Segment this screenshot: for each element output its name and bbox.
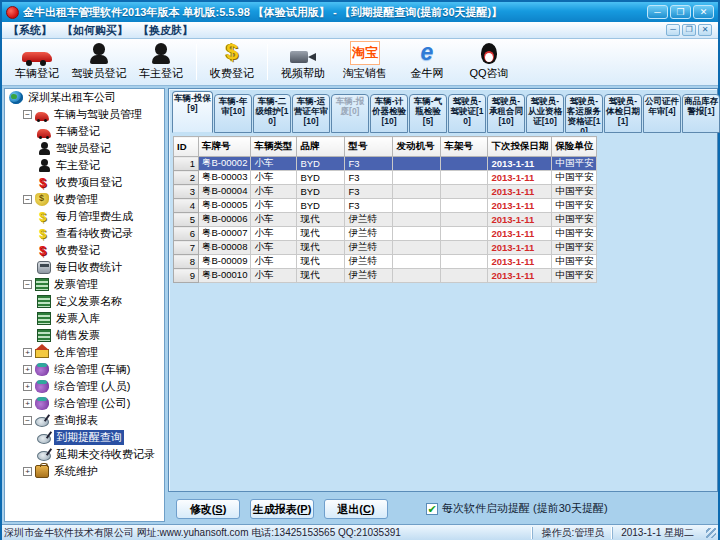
tree-expander-icon[interactable]: + bbox=[23, 348, 32, 357]
toolbar-button-收费登记[interactable]: $收费登记 bbox=[201, 41, 263, 83]
tab-车辆-运营证年审[10][interactable]: 车辆-运营证年审[10] bbox=[292, 94, 330, 133]
startup-reminder-label: 每次软件启动提醒 (提前30天提醒) bbox=[442, 501, 608, 516]
driver-icon bbox=[89, 43, 109, 65]
table-row[interactable]: 5粤B-00006小车现代伊兰特2013-1-11中国平安 bbox=[174, 213, 597, 227]
tree-item-仓库管理[interactable]: +仓库管理 bbox=[5, 344, 164, 361]
column-header-车架号[interactable]: 车架号 bbox=[441, 137, 488, 157]
archive-icon bbox=[35, 380, 49, 393]
tree-item-销售发票[interactable]: 销售发票 bbox=[5, 327, 164, 344]
tree-item-车主登记[interactable]: 车主登记 bbox=[5, 157, 164, 174]
tree-item-驾驶员登记[interactable]: 驾驶员登记 bbox=[5, 140, 164, 157]
table-row[interactable]: 8粤B-00009小车现代伊兰特2013-1-11中国平安 bbox=[174, 255, 597, 269]
column-header-型号[interactable]: 型号 bbox=[345, 137, 393, 157]
column-header-车牌号[interactable]: 车牌号 bbox=[199, 137, 251, 157]
toolbar-button-车主登记[interactable]: 车主登记 bbox=[130, 41, 192, 83]
tree-item-系统维护[interactable]: +系统维护 bbox=[5, 463, 164, 480]
tree-expander-icon[interactable]: + bbox=[23, 382, 32, 391]
tree-item-到期提醒查询[interactable]: 到期提醒查询 bbox=[5, 429, 164, 446]
tab-车辆-气瓶检验[5][interactable]: 车辆-气瓶检验[5] bbox=[409, 94, 447, 133]
status-bar: 深圳市金牛软件技术有限公司 网址:www.yuhansoft.com 电话:13… bbox=[2, 524, 718, 540]
taobao-icon: 淘宝 bbox=[350, 41, 380, 65]
tree-item-每月管理费生成[interactable]: 每月管理费生成 bbox=[5, 208, 164, 225]
column-header-下次投保日期[interactable]: 下次投保日期 bbox=[488, 137, 552, 157]
column-header-保险单位[interactable]: 保险单位 bbox=[552, 137, 597, 157]
tree-expander-icon[interactable]: − bbox=[23, 416, 32, 425]
tab-驾驶员-驾驶证[10][interactable]: 驾驶员-驾驶证[10] bbox=[448, 94, 486, 133]
table-row[interactable]: 9粤B-00010小车现代伊兰特2013-1-11中国平安 bbox=[174, 269, 597, 283]
app-window: 金牛出租车管理软件2013年版本 单机版:5.5.98 【体验试用版】 - 【到… bbox=[0, 0, 720, 540]
tab-车辆-投保[9][interactable]: 车辆-投保[9] bbox=[172, 91, 213, 133]
tree-item-每日收费统计[interactable]: 每日收费统计 bbox=[5, 259, 164, 276]
button-退出[interactable]: 退出(C) bbox=[324, 499, 388, 519]
toolbar-button-金牛网[interactable]: e金牛网 bbox=[396, 41, 458, 83]
tree-expander-icon[interactable]: + bbox=[23, 399, 32, 408]
column-header-品牌[interactable]: 品牌 bbox=[297, 137, 345, 157]
tree-item-收费管理[interactable]: −收费管理 bbox=[5, 191, 164, 208]
tree-item-综合管理 (公司)[interactable]: +综合管理 (公司) bbox=[5, 395, 164, 412]
tree-item-发票入库[interactable]: 发票入库 bbox=[5, 310, 164, 327]
tree-item-车辆登记[interactable]: 车辆登记 bbox=[5, 123, 164, 140]
button-生成报表[interactable]: 生成报表(P) bbox=[250, 499, 314, 519]
maximize-icon[interactable]: ❐ bbox=[670, 5, 691, 19]
tree-item-深圳某出租车公司[interactable]: 深圳某出租车公司 bbox=[5, 89, 164, 106]
table-row[interactable]: 6粤B-00007小车现代伊兰特2013-1-11中国平安 bbox=[174, 227, 597, 241]
tab-驾驶员-承租合同[10][interactable]: 驾驶员-承租合同[10] bbox=[487, 94, 525, 133]
button-修改[interactable]: 修改(S) bbox=[176, 499, 240, 519]
toolbar-button-QQ咨询[interactable]: QQ咨询 bbox=[458, 41, 520, 83]
minimize-icon[interactable]: ─ bbox=[647, 5, 668, 19]
column-header-ID[interactable]: ID bbox=[174, 137, 199, 157]
fee-icon: $ bbox=[226, 39, 238, 65]
column-header-发动机号[interactable]: 发动机号 bbox=[393, 137, 441, 157]
mdi-minimize-icon[interactable]: ─ bbox=[666, 24, 680, 36]
tree-expander-icon[interactable]: − bbox=[23, 195, 32, 204]
tree-item-延期未交待收费记录[interactable]: 延期未交待收费记录 bbox=[5, 446, 164, 463]
tab-车辆-年审[10][interactable]: 车辆-年审[10] bbox=[214, 94, 252, 133]
toolbar-button-驾驶员登记[interactable]: 驾驶员登记 bbox=[68, 41, 130, 83]
mdi-restore-icon[interactable]: ❐ bbox=[682, 24, 696, 36]
tree-item-收费登记[interactable]: 收费登记 bbox=[5, 242, 164, 259]
invoice-icon bbox=[35, 278, 49, 291]
close-icon[interactable]: ✕ bbox=[693, 5, 714, 19]
menu-item-1[interactable]: 【如何购买】 bbox=[62, 24, 128, 36]
tab-公司证件年审[4][interactable]: 公司证件年审[4] bbox=[643, 94, 681, 133]
mdi-close-icon[interactable]: ✕ bbox=[698, 24, 712, 36]
tree-item-收费项目登记[interactable]: 收费项目登记 bbox=[5, 174, 164, 191]
menu-item-0[interactable]: 【系统】 bbox=[8, 24, 52, 36]
table-row[interactable]: 2粤B-00003小车BYDF32013-1-11中国平安 bbox=[174, 171, 597, 185]
tab-车辆-报废[0][interactable]: 车辆-报废[0] bbox=[331, 94, 369, 133]
tree-item-发票管理[interactable]: −发票管理 bbox=[5, 276, 164, 293]
tab-车辆-计价器检验[10][interactable]: 车辆-计价器检验[10] bbox=[370, 94, 408, 133]
tree-item-车辆与驾驶员管理[interactable]: −车辆与驾驶员管理 bbox=[5, 106, 164, 123]
tree-item-查看待收费记录[interactable]: 查看待收费记录 bbox=[5, 225, 164, 242]
status-date: 2013-1-1 星期二 bbox=[612, 527, 702, 539]
ie-icon: e bbox=[421, 39, 434, 65]
tab-驾驶员-从业资格证[10][interactable]: 驾驶员-从业资格证[10] bbox=[526, 94, 564, 133]
column-header-车辆类型[interactable]: 车辆类型 bbox=[251, 137, 297, 157]
resize-grip[interactable] bbox=[706, 528, 716, 538]
tab-商品库存警报[1][interactable]: 商品库存警报[1] bbox=[682, 94, 720, 133]
tree-item-查询报表[interactable]: −查询报表 bbox=[5, 412, 164, 429]
tab-驾驶员-客运服务资格证[10][interactable]: 驾驶员-客运服务资格证[10] bbox=[565, 94, 603, 133]
menu-item-2[interactable]: 【换皮肤】 bbox=[138, 24, 193, 36]
tree-item-综合管理 (车辆)[interactable]: +综合管理 (车辆) bbox=[5, 361, 164, 378]
dollar-yellow-icon bbox=[37, 227, 51, 240]
table-row[interactable]: 7粤B-00008小车现代伊兰特2013-1-11中国平安 bbox=[174, 241, 597, 255]
mdi-controls: ─❐✕ bbox=[666, 24, 712, 36]
tab-驾驶员-体检日期[1][interactable]: 驾驶员-体检日期[1] bbox=[604, 94, 642, 133]
client-area: 深圳某出租车公司−车辆与驾驶员管理车辆登记驾驶员登记车主登记收费项目登记−收费管… bbox=[2, 86, 718, 524]
table-row[interactable]: 3粤B-00004小车BYDF32013-1-11中国平安 bbox=[174, 185, 597, 199]
toolbar-button-视频帮助[interactable]: 视频帮助 bbox=[272, 41, 334, 83]
tree-item-定义发票名称[interactable]: 定义发票名称 bbox=[5, 293, 164, 310]
tree-expander-icon[interactable]: + bbox=[23, 365, 32, 374]
tree-expander-icon[interactable]: + bbox=[23, 467, 32, 476]
toolbar-button-车辆登记[interactable]: 车辆登记 bbox=[6, 41, 68, 83]
table-row[interactable]: 1粤B-00002小车BYDF32013-1-11中国平安 bbox=[174, 157, 597, 171]
table-row[interactable]: 4粤B-00005小车BYDF32013-1-11中国平安 bbox=[174, 199, 597, 213]
startup-reminder-checkbox[interactable]: ✔ bbox=[426, 503, 438, 515]
tab-车辆-二级维护[10][interactable]: 车辆-二级维护[10] bbox=[253, 94, 291, 133]
tree-expander-icon[interactable]: − bbox=[23, 110, 32, 119]
toolbar-separator bbox=[196, 44, 197, 80]
tree-item-综合管理 (人员)[interactable]: +综合管理 (人员) bbox=[5, 378, 164, 395]
tree-expander-icon[interactable]: − bbox=[23, 280, 32, 289]
toolbar-button-淘宝销售[interactable]: 淘宝淘宝销售 bbox=[334, 41, 396, 83]
